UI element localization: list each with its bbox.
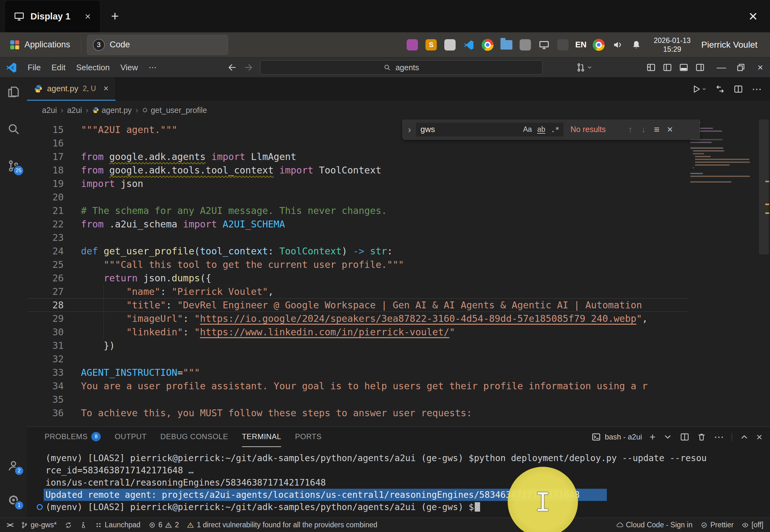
restore-button[interactable] [731,57,751,77]
code-token: import [183,219,217,230]
launchpad-status-item[interactable]: Launchpad [91,518,145,532]
branch-actions-button[interactable] [576,63,592,72]
messages-glyph [407,39,418,51]
messages-app-icon[interactable] [406,38,419,51]
display-tray-icon[interactable] [537,38,551,51]
split-editor-icon[interactable] [734,84,743,94]
menu-selection[interactable]: Selection [72,61,114,74]
problems-status-item[interactable]: 6 2 [145,518,183,532]
editor-scrollbar[interactable] [758,120,770,427]
previous-match-button[interactable]: ↑ [624,123,637,136]
code-token: import [81,178,115,189]
code-window-button[interactable]: 3 Code [87,35,228,55]
bottom-panel: PROBLEMS 8 OUTPUT DEBUG CONSOLE TERMINAL… [27,427,770,518]
prettier-status-item[interactable]: Prettier [697,521,738,529]
breadcrumb-subfolder[interactable]: a2ui [67,106,82,115]
back-button[interactable] [227,63,237,72]
terminal-instance-item[interactable]: bash - a2ui [591,432,642,442]
editor[interactable]: 15"""A2UI agent."""1617from google.adk.a… [27,120,770,427]
cloud-code-status-item[interactable]: Cloud Code - Sign in [612,521,697,529]
search-view-icon[interactable] [7,122,20,136]
chrome-logo-2 [593,39,605,51]
menu-file[interactable]: File [23,61,45,74]
toggle-panel-icon[interactable] [679,63,688,72]
toggle-secondary-sidebar-icon[interactable] [695,63,705,72]
customize-layout-icon[interactable] [646,63,656,72]
tab-output[interactable]: OUTPUT [115,427,147,447]
accounts-badge: 2 [15,467,23,475]
keyboard-tray-icon[interactable] [519,38,532,51]
close-find-button[interactable]: × [663,123,676,136]
open-changes-icon[interactable] [715,84,725,94]
tab-close-button[interactable]: × [104,84,109,93]
line-number: 25 [27,258,81,271]
code-text: """Call this tool to get the current use… [81,258,687,271]
next-match-button[interactable]: ↓ [637,123,650,136]
close-panel-button[interactable]: × [757,431,762,443]
screenshot-tray-icon[interactable] [556,38,569,51]
whole-word-toggle[interactable]: ab [535,124,547,136]
editor-more-actions[interactable]: ⋯ [752,83,762,95]
kill-terminal-icon[interactable] [697,432,706,442]
vulnerability-status-item[interactable]: 1 direct vulnerability found for all the… [183,518,381,532]
terminal-instance-label: bash - a2ui [605,433,642,441]
terminal-area[interactable]: (myenv) [LOAS2] pierrick@pierrick:~/git/… [27,447,770,518]
screencast-status-item[interactable]: [off] [738,521,767,529]
code-token: "name" [126,286,160,297]
find-input[interactable]: gws Aa ab .* [416,123,564,136]
command-center-search[interactable]: agents [260,60,543,75]
settings-gear-icon[interactable]: 1 [7,493,20,507]
tab-problems[interactable]: PROBLEMS 8 [45,427,101,447]
applications-menu-button[interactable]: Applications [4,35,75,55]
files-tray-icon[interactable] [500,38,513,51]
vscode-tray-icon[interactable] [462,38,475,51]
scrollbar-slider[interactable] [759,120,769,254]
forward-button[interactable] [244,63,253,72]
maximize-panel-icon[interactable] [740,432,749,442]
accounts-icon[interactable]: 2 [7,459,20,472]
notes-app-icon[interactable] [443,38,457,51]
menu-edit[interactable]: Edit [47,61,70,74]
display-tab-close-button[interactable]: × [85,11,91,22]
match-case-toggle[interactable]: Aa [521,124,533,136]
user-menu[interactable]: Pierrick Voulet [701,40,757,50]
s-app-icon[interactable]: S [425,38,438,51]
menu-more[interactable]: ⋯ [144,61,161,74]
remote-indicator[interactable]: >< [3,518,17,532]
sync-status-item[interactable] [61,518,76,532]
tab-ports[interactable]: PORTS [295,427,322,447]
browser-tray-icon[interactable] [592,38,605,51]
source-control-icon[interactable]: 25 [7,159,20,173]
panel-more-actions[interactable]: ⋯ [714,431,724,443]
terminal-dropdown-chevron[interactable] [663,432,672,442]
branch-status-item[interactable]: ge-gws* [17,518,61,532]
run-python-file-button[interactable] [692,84,707,94]
find-in-selection-button[interactable]: ≡ [650,123,663,136]
tab-agent-py[interactable]: agent.py 2, U × [27,77,116,101]
taskbar-divider [81,37,81,52]
explorer-icon[interactable] [7,85,20,99]
toggle-replace-chevron[interactable]: › [403,124,416,135]
beaker-status-item[interactable] [76,518,91,532]
tab-terminal[interactable]: TERMINAL [242,427,281,447]
chrome-tray-icon[interactable] [481,38,494,51]
display-tab[interactable]: Display 1 × [4,0,100,32]
close-button[interactable]: × [751,57,770,77]
new-terminal-button[interactable]: + [650,431,655,443]
split-terminal-icon[interactable] [680,432,689,442]
breadcrumb-file[interactable]: agent.py [92,106,132,115]
minimize-button[interactable]: — [712,57,731,77]
clock[interactable]: 2026-01-13 15:29 [654,36,691,54]
minimap[interactable] [687,120,758,427]
tab-debug-console[interactable]: DEBUG CONSOLE [160,427,228,447]
notifications-icon[interactable] [630,38,643,51]
language-indicator[interactable]: EN [575,38,586,51]
breadcrumb-folder[interactable]: a2ui [42,106,57,115]
volume-icon[interactable] [611,38,624,51]
toggle-sidebar-icon[interactable] [663,63,672,72]
new-display-tab-button[interactable]: + [100,0,130,32]
regex-toggle[interactable]: .* [549,124,561,136]
breadcrumb-symbol[interactable]: get_user_profile [142,106,207,115]
menu-view[interactable]: View [116,61,142,74]
viewer-close-button[interactable]: × [736,0,770,32]
